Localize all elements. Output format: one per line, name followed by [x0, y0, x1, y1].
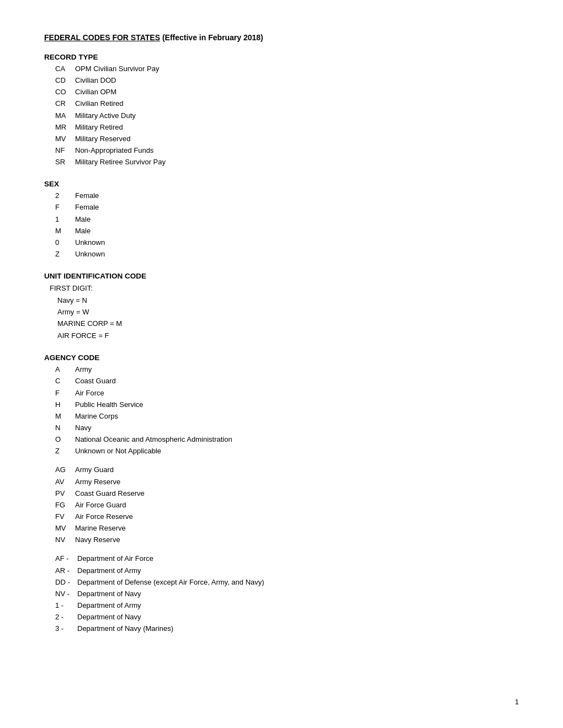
- code-key: 3 -: [55, 623, 75, 634]
- code-key: AG: [55, 464, 75, 475]
- agency-item: ONational Oceanic and Atmospheric Admini…: [55, 434, 519, 445]
- code-key: MR: [55, 122, 75, 133]
- record-type-item: MRMilitary Retired: [55, 122, 519, 133]
- code-value: Unknown or Not Applicable: [75, 446, 161, 457]
- title-suffix: (Effective in February 2018): [160, 33, 263, 42]
- title-underline: FEDERAL CODES FOR STATES: [44, 33, 160, 42]
- unit-id-heading: UNIT IDENTIFICATION CODE: [44, 272, 519, 280]
- record-type-item: NFNon-Appropriated Funds: [55, 145, 519, 156]
- code-key: AR -: [55, 565, 75, 576]
- code-key: F: [55, 388, 75, 399]
- sex-heading: SEX: [44, 180, 519, 188]
- code-value: Department of Navy: [77, 612, 141, 623]
- code-value: Civilian DOD: [75, 75, 116, 86]
- code-value: Female: [75, 202, 99, 213]
- agency-item: NV -Department of Navy: [55, 588, 519, 599]
- code-value: Air Force Guard: [75, 500, 126, 511]
- code-value: Marine Corps: [75, 411, 118, 422]
- agency-item: NVNavy Reserve: [55, 534, 519, 545]
- code-key: FV: [55, 511, 75, 522]
- agency-code-heading: AGENCY CODE: [44, 354, 519, 362]
- record-type-item: SRMilitary Retiree Survivor Pay: [55, 157, 519, 168]
- code-value: Unknown: [75, 249, 105, 260]
- code-key: Z: [55, 446, 75, 457]
- code-key: Z: [55, 249, 75, 260]
- code-value: OPM Civilian Survivor Pay: [75, 63, 159, 74]
- code-value: Army Reserve: [75, 477, 120, 488]
- code-key: O: [55, 434, 75, 445]
- code-key: 0: [55, 237, 75, 248]
- code-key: PV: [55, 488, 75, 499]
- code-key: MV: [55, 133, 75, 144]
- code-key: 2: [55, 190, 75, 201]
- code-value: Coast Guard Reserve: [75, 488, 145, 499]
- agency-item: FAir Force: [55, 388, 519, 399]
- code-value: National Oceanic and Atmospheric Adminis…: [75, 434, 232, 445]
- code-value: Military Retired: [75, 122, 123, 133]
- record-type-heading: RECORD TYPE: [44, 53, 519, 61]
- page-number: 1: [515, 698, 519, 706]
- agency-group2: AGArmy GuardAVArmy ReservePVCoast Guard …: [55, 464, 519, 545]
- code-value: Civilian OPM: [75, 87, 116, 98]
- sex-item: ZUnknown: [55, 249, 519, 260]
- sex-item: MMale: [55, 226, 519, 237]
- code-key: AV: [55, 477, 75, 488]
- code-key: CR: [55, 98, 75, 109]
- code-value: Public Health Service: [75, 399, 144, 410]
- code-key: MV: [55, 523, 75, 534]
- code-value: Male: [75, 226, 91, 237]
- code-value: Unknown: [75, 237, 105, 248]
- agency-group3: AF -Department of Air ForceAR -Departmen…: [55, 553, 519, 634]
- record-type-item: CAOPM Civilian Survivor Pay: [55, 63, 519, 74]
- unit-item: Navy = N: [57, 295, 519, 306]
- agency-item: 1 -Department of Army: [55, 600, 519, 611]
- code-key: 1 -: [55, 600, 75, 611]
- agency-item: DD -Department of Defense (except Air Fo…: [55, 577, 519, 588]
- agency-item: AR -Department of Army: [55, 565, 519, 576]
- code-value: Department of Army: [77, 565, 141, 576]
- code-key: H: [55, 399, 75, 410]
- record-type-item: CDCivilian DOD: [55, 75, 519, 86]
- code-key: CO: [55, 87, 75, 98]
- code-value: Department of Navy (Marines): [77, 623, 173, 634]
- code-key: M: [55, 226, 75, 237]
- code-value: Department of Defense (except Air Force,…: [77, 577, 264, 588]
- code-key: CA: [55, 63, 75, 74]
- code-value: Military Retiree Survivor Pay: [75, 157, 166, 168]
- page-title: FEDERAL CODES FOR STATES (Effective in F…: [44, 33, 519, 42]
- sex-item: FFemale: [55, 202, 519, 213]
- code-value: Coast Guard: [75, 376, 116, 387]
- code-key: N: [55, 422, 75, 433]
- code-value: Department of Navy: [77, 588, 141, 599]
- code-key: SR: [55, 157, 75, 168]
- code-value: Military Reserved: [75, 133, 130, 144]
- agency-item: ZUnknown or Not Applicable: [55, 446, 519, 457]
- agency-item: CCoast Guard: [55, 376, 519, 387]
- agency-item: HPublic Health Service: [55, 399, 519, 410]
- code-value: Military Active Duty: [75, 110, 136, 121]
- code-key: MA: [55, 110, 75, 121]
- code-key: AF -: [55, 553, 75, 564]
- code-value: Army Guard: [75, 464, 114, 475]
- agency-item: MMarine Corps: [55, 411, 519, 422]
- code-value: Army: [75, 364, 92, 375]
- unit-id-block: FIRST DIGIT: Navy = NArmy = WMARINE CORP…: [50, 282, 519, 341]
- code-key: 2 -: [55, 612, 75, 623]
- unit-item: AIR FORCE = F: [57, 330, 519, 341]
- agency-group1: AArmyCCoast GuardFAir ForceHPublic Healt…: [55, 364, 519, 457]
- code-value: Non-Appropriated Funds: [75, 145, 153, 156]
- code-key: A: [55, 364, 75, 375]
- code-key: NF: [55, 145, 75, 156]
- code-value: Department of Air Force: [77, 553, 153, 564]
- agency-item: NNavy: [55, 422, 519, 433]
- agency-code-section: AGENCY CODE AArmyCCoast GuardFAir ForceH…: [44, 354, 519, 634]
- unit-list: Navy = NArmy = WMARINE CORP = MAIR FORCE…: [57, 295, 519, 342]
- code-key: NV: [55, 534, 75, 545]
- code-key: NV -: [55, 588, 75, 599]
- code-key: DD -: [55, 577, 75, 588]
- first-digit-label: FIRST DIGIT:: [50, 282, 519, 294]
- sex-item: 0Unknown: [55, 237, 519, 248]
- agency-item: AArmy: [55, 364, 519, 375]
- agency-item: 3 -Department of Navy (Marines): [55, 623, 519, 634]
- code-key: M: [55, 411, 75, 422]
